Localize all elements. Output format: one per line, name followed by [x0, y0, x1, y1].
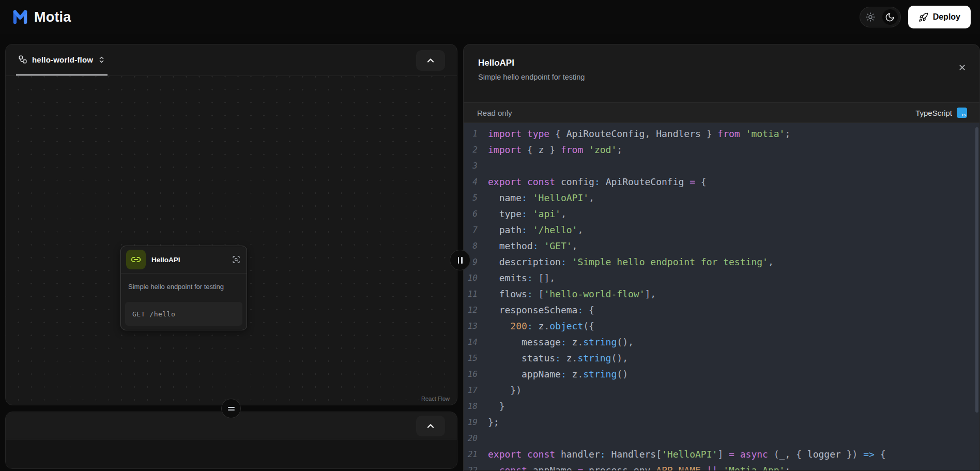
code-line: 8 method: 'GET', [464, 238, 979, 254]
chevrons-up-down-icon [98, 56, 105, 64]
light-mode-button[interactable] [863, 9, 878, 25]
topbar-actions: Deploy [860, 6, 971, 28]
code-line: 14 message: z.string(), [464, 334, 979, 350]
code-subtitle: Simple hello endpoint for testing [478, 73, 965, 81]
bottom-collapse-button[interactable] [416, 416, 445, 436]
deploy-button[interactable]: Deploy [908, 6, 971, 28]
code-line: 1import type { ApiRouteConfig, Handlers … [464, 126, 979, 142]
moon-icon [885, 12, 895, 22]
code-line: 11 flows: ['hello-world-flow'], [464, 286, 979, 302]
code-line: 18 } [464, 398, 979, 414]
motia-logo-icon [11, 8, 29, 26]
node-endpoint: GET /hello [132, 310, 175, 318]
code-line: 3 [464, 158, 979, 174]
chevron-up-icon [425, 421, 436, 431]
code-line: 15 status: z.string(), [464, 350, 979, 366]
close-button[interactable] [954, 59, 970, 75]
horizontal-resize-handle[interactable] [221, 399, 241, 418]
code-line: 12 responseSchema: { [464, 302, 979, 318]
vertical-resize-handle[interactable] [450, 250, 470, 270]
bottom-panel [5, 412, 457, 469]
flow-panel: hello-world-flow [5, 44, 457, 405]
code-line: 17 }) [464, 382, 979, 398]
workflow-icon [18, 55, 27, 64]
scan-search-icon [232, 255, 240, 264]
code-panel: HelloAPI Simple hello endpoint for testi… [463, 44, 980, 471]
language-indicator: TypeScript TS [915, 108, 967, 118]
brand: Motia [11, 8, 71, 26]
flow-panel-header: hello-world-flow [6, 44, 457, 76]
flow-selector[interactable]: hello-world-flow [16, 44, 108, 75]
readonly-label: Read only [477, 109, 512, 117]
code-line: 9 description: 'Simple hello endpoint fo… [464, 254, 979, 270]
node-title: HelloAPI [151, 256, 225, 264]
code-line: 2import { z } from 'zod'; [464, 142, 979, 158]
code-scrollbar-thumb[interactable] [975, 127, 978, 413]
code-line: 21export const handler: Handlers['HelloA… [464, 446, 979, 462]
topbar: Motia [0, 0, 980, 34]
code-line: 6 type: 'api', [464, 206, 979, 222]
node-body: Simple hello endpoint for testing [121, 274, 247, 298]
node-card-helloapi[interactable]: HelloAPI Simple hello endpoint for testi… [120, 246, 247, 330]
bottom-panel-body [6, 439, 457, 468]
theme-toggle[interactable] [860, 7, 901, 27]
code-line: 4export const config: ApiRouteConfig = { [464, 174, 979, 190]
code-line: 22 const appName = process.env.APP_NAME … [464, 462, 979, 470]
react-flow-attribution[interactable]: React Flow [421, 396, 450, 402]
node-description: Simple hello endpoint for testing [128, 283, 224, 291]
node-icon-badge [126, 250, 146, 269]
chevron-up-icon [425, 55, 436, 66]
code-line: 10 emits: [], [464, 270, 979, 286]
code-line: 5 name: 'HelloAPI', [464, 190, 979, 206]
code-line: 16 appName: z.string() [464, 366, 979, 382]
flow-canvas[interactable]: HelloAPI Simple hello endpoint for testi… [6, 76, 457, 405]
flow-name: hello-world-flow [32, 55, 93, 64]
close-icon [958, 63, 967, 72]
dark-mode-button[interactable] [882, 9, 898, 25]
code-viewer[interactable]: 1import type { ApiRouteConfig, Handlers … [464, 123, 979, 470]
code-panel-header: HelloAPI Simple hello endpoint for testi… [464, 44, 979, 102]
node-endpoint-badge: GET /hello [125, 302, 242, 326]
deploy-label: Deploy [933, 12, 960, 22]
language-label: TypeScript [915, 109, 952, 117]
code-line: 19}; [464, 414, 979, 430]
app-window: Motia [0, 0, 980, 471]
code-line: 7 path: '/hello', [464, 222, 979, 238]
node-header: HelloAPI [121, 246, 247, 274]
code-title: HelloAPI [478, 58, 965, 68]
code-line: 13 200: z.object({ [464, 318, 979, 334]
node-focus-button[interactable] [231, 254, 241, 265]
typescript-icon: TS [957, 108, 967, 118]
brand-title: Motia [34, 9, 71, 25]
rocket-icon [918, 12, 928, 22]
code-lines: 1import type { ApiRouteConfig, Handlers … [464, 126, 979, 470]
flow-collapse-button[interactable] [416, 50, 445, 71]
sun-icon [865, 12, 876, 22]
readonly-bar: Read only TypeScript TS [464, 102, 979, 123]
code-line: 20 [464, 430, 979, 446]
